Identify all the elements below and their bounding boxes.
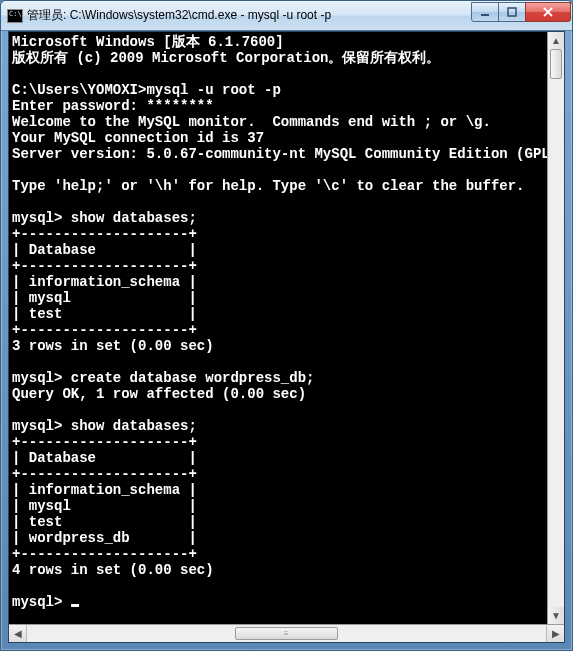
line: 3 rows in set (0.00 sec) xyxy=(12,338,214,354)
cmd-icon: C:\ xyxy=(7,9,23,23)
svg-rect-1 xyxy=(508,8,516,16)
line: 4 rows in set (0.00 sec) xyxy=(12,562,214,578)
line: | wordpress_db | xyxy=(12,530,197,546)
line: Microsoft Windows [版本 6.1.7600] xyxy=(12,34,284,50)
scroll-right-arrow-icon[interactable]: ▶ xyxy=(546,625,564,642)
titlebar[interactable]: C:\ 管理员: C:\Windows\system32\cmd.exe - m… xyxy=(1,1,572,31)
line: +--------------------+ xyxy=(12,258,197,274)
maximize-button[interactable] xyxy=(498,2,526,22)
horizontal-scroll-track[interactable]: ≡ xyxy=(27,625,546,642)
line: | test | xyxy=(12,306,197,322)
line: Welcome to the MySQL monitor. Commands e… xyxy=(12,114,491,130)
horizontal-scrollbar[interactable]: ◀ ≡ ▶ xyxy=(9,624,564,642)
scroll-up-arrow-icon[interactable]: ▲ xyxy=(548,32,564,49)
prompt: mysql> xyxy=(12,594,71,610)
minimize-button[interactable] xyxy=(471,2,499,22)
line: +--------------------+ xyxy=(12,322,197,338)
svg-rect-0 xyxy=(481,14,489,16)
line: +--------------------+ xyxy=(12,226,197,242)
cursor xyxy=(71,604,79,607)
line: mysql> show databases; xyxy=(12,210,197,226)
line: | mysql | xyxy=(12,290,197,306)
window-controls xyxy=(472,2,571,22)
line: | information_schema | xyxy=(12,482,197,498)
line: | mysql | xyxy=(12,498,197,514)
client-area: Microsoft Windows [版本 6.1.7600] 版权所有 (c)… xyxy=(8,31,565,643)
line: +--------------------+ xyxy=(12,466,197,482)
line: Server version: 5.0.67-community-nt MySQ… xyxy=(12,146,558,162)
line: 版权所有 (c) 2009 Microsoft Corporation。保留所有… xyxy=(12,50,440,66)
cmd-window: C:\ 管理员: C:\Windows\system32\cmd.exe - m… xyxy=(0,0,573,651)
horizontal-scroll-thumb[interactable]: ≡ xyxy=(235,627,339,640)
line: +--------------------+ xyxy=(12,546,197,562)
vertical-scroll-track[interactable] xyxy=(548,49,564,607)
line: mysql> create database wordpress_db; xyxy=(12,370,314,386)
window-title: 管理员: C:\Windows\system32\cmd.exe - mysql… xyxy=(27,7,472,24)
close-button[interactable] xyxy=(525,2,571,22)
scroll-down-arrow-icon[interactable]: ▼ xyxy=(548,607,564,624)
line: | information_schema | xyxy=(12,274,197,290)
terminal-output[interactable]: Microsoft Windows [版本 6.1.7600] 版权所有 (c)… xyxy=(9,32,564,624)
vertical-scrollbar[interactable]: ▲ ▼ xyxy=(547,32,564,624)
scroll-left-arrow-icon[interactable]: ◀ xyxy=(9,625,27,642)
line: Query OK, 1 row affected (0.00 sec) xyxy=(12,386,306,402)
line: Type 'help;' or '\h' for help. Type '\c'… xyxy=(12,178,524,194)
line: | Database | xyxy=(12,242,197,258)
line: +--------------------+ xyxy=(12,434,197,450)
line: Your MySQL connection id is 37 xyxy=(12,130,264,146)
line: mysql> show databases; xyxy=(12,418,197,434)
line: Enter password: ******** xyxy=(12,98,214,114)
vertical-scroll-thumb[interactable] xyxy=(550,49,562,79)
line: | Database | xyxy=(12,450,197,466)
line: C:\Users\YOMOXI>mysql -u root -p xyxy=(12,82,281,98)
line: | test | xyxy=(12,514,197,530)
